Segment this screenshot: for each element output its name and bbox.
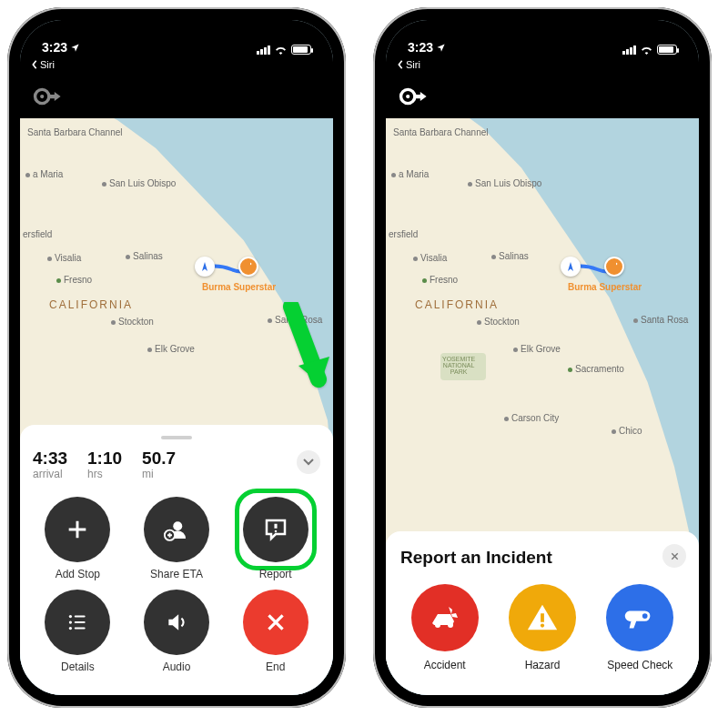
end-button[interactable]: End	[230, 590, 320, 673]
destination-pin[interactable]	[604, 257, 624, 277]
svg-rect-10	[75, 627, 86, 629]
x-icon	[264, 610, 288, 634]
speed-gun-icon	[622, 600, 657, 635]
svg-point-6	[69, 620, 72, 623]
report-button[interactable]: Report	[230, 497, 320, 580]
trip-stats: 4:33arrival 1:10hrs 50.7mi	[33, 449, 320, 480]
user-location-pin	[561, 257, 581, 277]
svg-point-14	[448, 622, 453, 628]
svg-point-1	[40, 95, 44, 98]
annotation-arrow-icon	[264, 302, 333, 411]
svg-rect-9	[75, 621, 86, 623]
svg-rect-15	[541, 613, 544, 622]
svg-point-13	[435, 622, 440, 628]
location-arrow-icon	[436, 43, 446, 53]
chevron-down-icon	[303, 459, 314, 466]
status-time: 3:23	[408, 40, 433, 55]
breadcrumb-label: Siri	[406, 59, 420, 70]
collapse-button[interactable]	[297, 450, 320, 474]
svg-point-5	[69, 615, 72, 618]
roundabout-right-icon	[399, 83, 430, 110]
stat-distance: 50.7mi	[142, 449, 176, 480]
notch	[95, 20, 258, 45]
breadcrumb-label: Siri	[40, 59, 55, 70]
share-eta-button[interactable]: Share ETA	[132, 497, 222, 580]
sheet-grabber[interactable]	[161, 436, 192, 439]
user-location-pin	[195, 257, 215, 277]
route-line	[386, 118, 699, 446]
plus-icon	[65, 517, 90, 542]
battery-icon	[291, 45, 311, 55]
close-button[interactable]	[662, 544, 686, 568]
chevron-left-icon	[31, 60, 38, 69]
status-time: 3:23	[42, 40, 67, 55]
signal-icon	[622, 45, 636, 55]
svg-point-17	[642, 613, 648, 619]
incident-title: Report an Incident	[400, 548, 684, 568]
wifi-icon	[274, 45, 288, 55]
stat-duration: 1:10hrs	[87, 449, 122, 480]
location-arrow-icon	[70, 43, 80, 53]
phone-right: 3:23 Siri YOSEMITE NATIONAL	[373, 7, 712, 708]
phone-left: 3:23 Siri	[7, 7, 346, 708]
nav-banner	[20, 75, 333, 118]
details-button[interactable]: Details	[33, 590, 123, 673]
breadcrumb-bar[interactable]: Siri	[20, 56, 333, 75]
hazard-icon	[525, 600, 560, 635]
svg-rect-8	[75, 615, 86, 617]
incident-sheet: Report an Incident Accident	[386, 531, 699, 695]
battery-icon	[657, 45, 677, 55]
list-icon	[66, 610, 89, 634]
svg-point-7	[69, 627, 72, 630]
nav-banner	[386, 75, 699, 118]
close-icon	[670, 551, 680, 561]
incident-accident-button[interactable]: Accident	[400, 584, 489, 671]
wifi-icon	[640, 45, 653, 55]
svg-point-16	[541, 623, 544, 627]
breadcrumb-bar[interactable]: Siri	[386, 56, 699, 75]
share-person-icon	[163, 516, 190, 543]
audio-button[interactable]: Audio	[132, 590, 222, 673]
signal-icon	[257, 45, 270, 55]
accident-icon	[427, 600, 463, 636]
svg-point-2	[173, 521, 182, 530]
stat-arrival: 4:33arrival	[33, 449, 67, 480]
add-stop-button[interactable]: Add Stop	[33, 497, 123, 580]
chevron-left-icon	[397, 60, 404, 69]
destination-pin[interactable]	[238, 257, 258, 277]
highlight-ring	[235, 489, 317, 570]
incident-hazard-button[interactable]: Hazard	[498, 584, 586, 671]
report-bubble-icon	[262, 516, 289, 543]
navigation-sheet: 4:33arrival 1:10hrs 50.7mi Add Stop	[20, 425, 333, 695]
notch	[460, 20, 624, 45]
svg-point-12	[406, 95, 410, 98]
speaker-icon	[165, 610, 188, 634]
svg-point-4	[274, 530, 277, 533]
roundabout-right-icon	[33, 83, 64, 110]
incident-speedcheck-button[interactable]: Speed Check	[596, 584, 684, 671]
